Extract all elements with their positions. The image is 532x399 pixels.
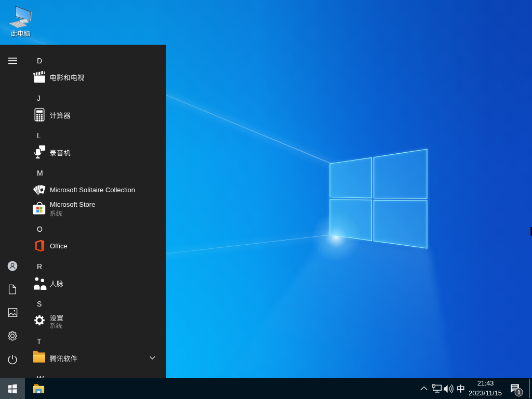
- svg-text:Microsoft Store: Microsoft Store: [50, 201, 95, 208]
- svg-text:R: R: [37, 262, 42, 271]
- svg-text:M: M: [37, 169, 43, 177]
- svg-text:2023/11/15: 2023/11/15: [469, 389, 502, 397]
- svg-text:Microsoft Solitaire Collection: Microsoft Solitaire Collection: [50, 186, 135, 194]
- svg-text:21:43: 21:43: [477, 380, 494, 387]
- svg-text:T: T: [37, 337, 42, 345]
- svg-text:D: D: [37, 57, 42, 65]
- svg-text:Office: Office: [50, 242, 68, 250]
- svg-text:L: L: [37, 131, 41, 140]
- svg-text:O: O: [37, 225, 43, 233]
- svg-text:J: J: [37, 94, 41, 102]
- svg-text:1: 1: [517, 389, 521, 395]
- svg-text:S: S: [37, 300, 42, 308]
